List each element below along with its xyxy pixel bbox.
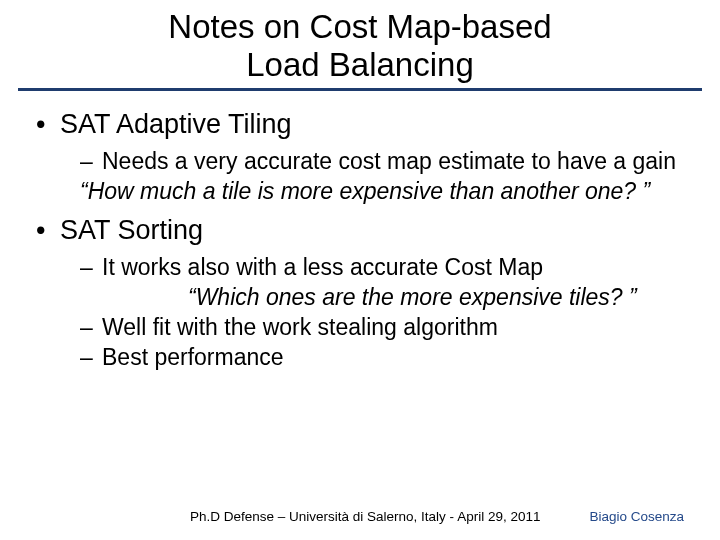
slide-body: SAT Adaptive Tiling Needs a very accurat…	[0, 109, 720, 371]
bullet-sat-sorting: SAT Sorting	[28, 215, 692, 247]
title-underline	[18, 88, 702, 91]
subbullet-text: Needs a very accurate cost map estimate …	[102, 148, 676, 174]
bullet-text: SAT Adaptive Tiling	[60, 109, 292, 139]
quote-tile-cost: “How much a tile is more expensive than …	[28, 177, 692, 205]
title-line-1: Notes on Cost Map-based	[168, 8, 551, 45]
subbullet-less-accurate-cost-map: It works also with a less accurate Cost …	[28, 253, 692, 281]
slide-title: Notes on Cost Map-based Load Balancing	[0, 0, 720, 84]
subbullet-work-stealing: Well fit with the work stealing algorith…	[28, 313, 692, 341]
subbullet-text: It works also with a less accurate Cost …	[102, 254, 543, 280]
subbullet-text: Best performance	[102, 344, 284, 370]
slide: Notes on Cost Map-based Load Balancing S…	[0, 0, 720, 540]
quote-expensive-tiles: “Which ones are the more expensive tiles…	[28, 283, 692, 311]
bullet-sat-adaptive-tiling: SAT Adaptive Tiling	[28, 109, 692, 141]
subbullet-text: Well fit with the work stealing algorith…	[102, 314, 498, 340]
subbullet-accurate-cost-map: Needs a very accurate cost map estimate …	[28, 147, 692, 175]
quote-text: “Which ones are the more expensive tiles…	[188, 284, 637, 310]
title-line-2: Load Balancing	[246, 46, 474, 83]
bullet-text: SAT Sorting	[60, 215, 203, 245]
footer-right: Biagio Cosenza	[589, 509, 684, 524]
subbullet-best-performance: Best performance	[28, 343, 692, 371]
footer-left: Ph.D Defense – Università di Salerno, It…	[190, 509, 540, 524]
quote-text: “How much a tile is more expensive than …	[80, 178, 650, 204]
